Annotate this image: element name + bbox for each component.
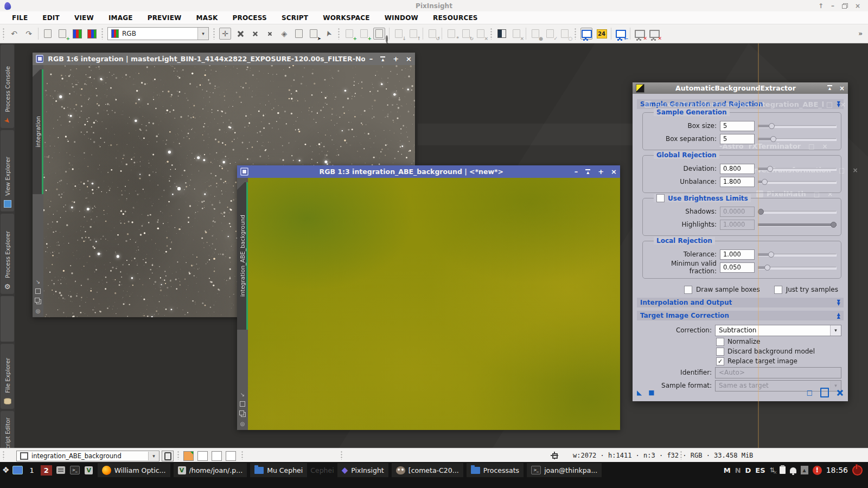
terminal-launcher-icon[interactable]: >_ (69, 465, 80, 476)
removable-media-icon[interactable]: ▲ (801, 466, 808, 474)
deviation-input[interactable]: 0.800 (720, 164, 755, 174)
replace-target-image-checkbox[interactable] (716, 357, 724, 365)
tolerance-input[interactable]: 1.000 (720, 249, 755, 260)
statusbar-drag-handle[interactable] (340, 451, 343, 460)
abe-dialog-titlebar[interactable]: AutomaticBackgroundExtractor × (633, 82, 848, 94)
merge-channels-icon[interactable] (86, 28, 97, 39)
min-valid-fraction-slider[interactable] (758, 264, 837, 271)
resize-mode-icon[interactable]: ↘ (36, 279, 40, 285)
screen-transfer-icon[interactable] (580, 28, 592, 40)
selection-mode-icon[interactable]: ◎ (36, 308, 41, 314)
editor-launcher-icon[interactable]: V (84, 465, 94, 476)
shade-window-icon[interactable]: ↑ (818, 3, 824, 9)
rename-view-icon[interactable] (42, 28, 53, 39)
toolbar-drag-handle[interactable] (574, 28, 577, 40)
menu-script[interactable]: SCRIPT (282, 14, 308, 22)
collapse-arrows-icon[interactable] (250, 28, 260, 39)
fit-view-icon[interactable] (240, 401, 245, 407)
mask-show-icon[interactable]: ✓ (545, 28, 556, 39)
tolerance-slider[interactable] (758, 251, 837, 258)
thumbnail-slot[interactable] (212, 451, 222, 461)
shade-icon[interactable] (380, 56, 386, 62)
view-list-button[interactable] (162, 451, 174, 461)
sidebar-item-file-explorer[interactable]: File Explorer (1, 344, 14, 409)
close-icon[interactable]: × (839, 85, 845, 92)
menu-process[interactable]: PROCESS (232, 14, 266, 22)
power-icon[interactable] (852, 465, 863, 476)
mask-invert-icon[interactable]: ● (530, 28, 541, 39)
undo-icon[interactable]: ↶ (9, 28, 20, 39)
window-close-icon[interactable]: × (475, 28, 486, 39)
duplicate-view-icon[interactable] (239, 410, 244, 415)
show-desktop-button[interactable] (12, 466, 23, 474)
iconize-window-icon[interactable]: ↓ (393, 28, 404, 39)
section-target-image-correction[interactable]: Target Image Correction ▲▲ (637, 311, 844, 320)
expand-arrows-icon[interactable] (235, 28, 246, 39)
section-sample-generation-rejection[interactable]: Sample Generation and Rejection ▼▼ (637, 99, 844, 109)
mask-remove-icon[interactable]: × (511, 28, 522, 39)
screen-reset-icon[interactable]: ✕ (634, 28, 645, 39)
reset-icon[interactable] (837, 389, 844, 396)
selection-mode-icon[interactable]: ◎ (240, 421, 245, 427)
box-size-slider[interactable] (758, 123, 837, 130)
close-icon[interactable]: × (611, 168, 617, 175)
toolbar-overflow-icon[interactable]: » (858, 30, 866, 37)
toolbar-drag-handle[interactable] (213, 28, 215, 40)
use-brightness-limits-checkbox[interactable] (656, 194, 665, 202)
close-icon[interactable]: × (406, 55, 412, 62)
abe-background-window-titlebar[interactable]: RGB 1:3 integration_ABE_background | <*n… (237, 165, 620, 178)
task-folder-mu-cephei[interactable]: Mu Cephei (250, 463, 307, 477)
section-interpolation-output[interactable]: Interpolation and Output ▼▼ (637, 298, 844, 307)
mask-select-icon[interactable]: ○ (559, 28, 570, 39)
statusbar-drag-handle[interactable] (177, 451, 180, 460)
task-gimp[interactable]: [cometa-C20... (392, 463, 463, 477)
dropdown-arrow-icon[interactable]: ▾ (830, 325, 841, 336)
minimize-icon[interactable]: – (575, 168, 578, 175)
sidebar-item-view-explorer[interactable]: View Explorer (1, 130, 14, 211)
tray-indicator-n[interactable]: N (735, 466, 741, 474)
workspace-2-button[interactable]: 2 (41, 465, 52, 476)
task-firefox[interactable]: William Optic... (98, 463, 170, 477)
sidebar-item-process-explorer[interactable]: Process Explorer ⚙ (1, 214, 14, 294)
window-refresh-icon[interactable]: ↻ (461, 28, 471, 39)
shrink-arrows-icon[interactable] (264, 28, 275, 39)
restore-window-icon[interactable] (842, 3, 847, 8)
statusbar-drag-handle[interactable] (680, 451, 682, 460)
view-tab-integration[interactable]: integration (33, 69, 43, 194)
split-channels-icon[interactable] (72, 28, 82, 39)
zoom-in-icon[interactable]: + (393, 55, 399, 62)
task-pixinsight[interactable]: ◆PixInsight (337, 463, 388, 477)
menu-preview[interactable]: PREVIEW (148, 14, 182, 22)
page-select-icon[interactable]: ➤ (308, 28, 319, 39)
thumbnail-slot-active[interactable] (183, 451, 194, 461)
new-process-icon[interactable]: + (359, 28, 369, 39)
screen-disable-icon[interactable]: ✕ (649, 28, 660, 39)
fit-view-icon[interactable] (35, 288, 41, 294)
tray-indicator-m[interactable]: M (724, 466, 731, 474)
menu-workspace[interactable]: WORKSPACE (323, 14, 369, 22)
pan-mode-icon[interactable]: ◈ (279, 28, 290, 39)
box-separation-slider[interactable] (758, 136, 837, 143)
revert-window-icon[interactable]: ↺ (427, 28, 438, 39)
unbalance-slider[interactable] (758, 178, 837, 185)
task-vim[interactable]: V/home/joan/.p... (174, 463, 247, 477)
menu-window[interactable]: WINDOW (385, 14, 418, 22)
box-size-input[interactable]: 5 (720, 121, 755, 131)
tray-indicator-d[interactable]: D (745, 466, 751, 474)
new-instance-icon[interactable]: + (344, 28, 355, 39)
statusbar-drag-handle[interactable] (2, 451, 5, 460)
apply-global-icon[interactable]: ■ (648, 389, 654, 396)
edit-instance-icon[interactable]: □ (807, 389, 813, 396)
toolbar-drag-handle[interactable] (2, 28, 5, 40)
abe-dialog[interactable]: AutomaticBackgroundExtractor × ScreenTra… (633, 82, 848, 401)
track-view-icon[interactable]: ✛ (219, 28, 231, 40)
minimize-window-icon[interactable]: – (831, 3, 834, 9)
duplicate-view-icon[interactable] (35, 298, 40, 303)
alert-icon[interactable]: ! (813, 466, 822, 475)
menu-mask[interactable]: MASK (196, 14, 218, 22)
statusbar-drag-handle[interactable] (241, 451, 244, 460)
view-tab-abe-background[interactable]: integration_ABE_background (237, 182, 248, 330)
pointer-icon[interactable]: ➤ (321, 27, 335, 41)
menu-image[interactable]: IMAGE (108, 14, 133, 22)
toolbar-drag-handle[interactable] (490, 28, 493, 40)
